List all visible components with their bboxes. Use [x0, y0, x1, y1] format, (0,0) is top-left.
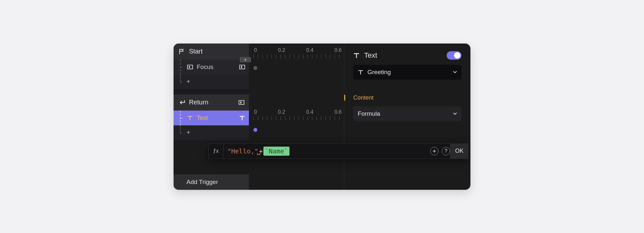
action-row-focus[interactable]: Focus: [174, 60, 249, 74]
help-button[interactable]: ?: [442, 147, 450, 155]
fx-icon[interactable]: ƒx: [209, 144, 223, 159]
trigger-header-start[interactable]: Start +: [174, 44, 249, 60]
text-icon: [353, 52, 360, 59]
text-type-icon[interactable]: [239, 115, 245, 121]
insert-button[interactable]: [430, 147, 439, 155]
target-select[interactable]: Greeting: [353, 65, 461, 80]
ok-button[interactable]: OK: [450, 144, 468, 159]
add-action-row[interactable]: +: [174, 74, 249, 89]
flag-icon: [178, 48, 186, 55]
svg-rect-5: [240, 102, 242, 103]
enabled-toggle[interactable]: [447, 51, 461, 60]
add-action-row[interactable]: +: [174, 125, 249, 140]
fx-label: ƒx: [213, 148, 219, 154]
trigger-header-label: Return: [189, 99, 208, 106]
formula-string-token: "Hello,": [227, 147, 258, 155]
target-icon[interactable]: [239, 100, 244, 105]
target-select-value: Greeting: [367, 69, 391, 76]
content-section-label: Content: [353, 94, 461, 101]
plus-icon: +: [186, 129, 190, 136]
target-icon[interactable]: [239, 65, 245, 69]
action-row-label: Text: [197, 114, 208, 121]
content-type-select[interactable]: Formula: [353, 106, 461, 121]
editor-window: 0 0.2 0.4 0.6 0 0.2 0.4 0.6 Start: [174, 44, 470, 190]
trigger-header-return[interactable]: Return: [174, 94, 249, 111]
return-icon: [178, 100, 186, 105]
formula-input[interactable]: "Hello,"+`Name`: [223, 147, 428, 156]
ok-label: OK: [455, 148, 463, 154]
tree-connector-icon: [179, 74, 184, 89]
svg-rect-3: [241, 66, 242, 68]
chevron-down-icon: [453, 112, 457, 115]
text-icon: [358, 69, 364, 75]
text-icon: [186, 115, 194, 121]
action-row-text[interactable]: Text: [174, 111, 249, 125]
add-action-button[interactable]: +: [240, 57, 251, 62]
formula-variable-chip[interactable]: `Name`: [263, 147, 289, 156]
add-trigger-label: Add Trigger: [186, 179, 218, 186]
trigger-header-label: Start: [189, 48, 203, 55]
focus-icon: [186, 65, 194, 69]
svg-rect-1: [189, 66, 190, 68]
formula-editor[interactable]: ƒx "Hello,"+`Name` ? OK: [208, 143, 469, 159]
trigger-list-panel: Start + Focus + Return: [174, 44, 344, 190]
chevron-down-icon: [453, 71, 457, 73]
plus-icon: +: [186, 78, 190, 85]
tree-connector-icon: [179, 111, 184, 125]
tree-connector-icon: [179, 60, 184, 74]
error-caret-icon: [257, 153, 260, 155]
add-trigger-button[interactable]: Add Trigger: [174, 174, 249, 190]
inspector-title: Text: [364, 51, 377, 60]
tree-connector-icon: [179, 125, 184, 140]
content-type-value: Formula: [358, 110, 380, 117]
action-row-label: Focus: [197, 63, 213, 71]
inspector-panel: Text Greeting Content Formula: [344, 44, 470, 190]
